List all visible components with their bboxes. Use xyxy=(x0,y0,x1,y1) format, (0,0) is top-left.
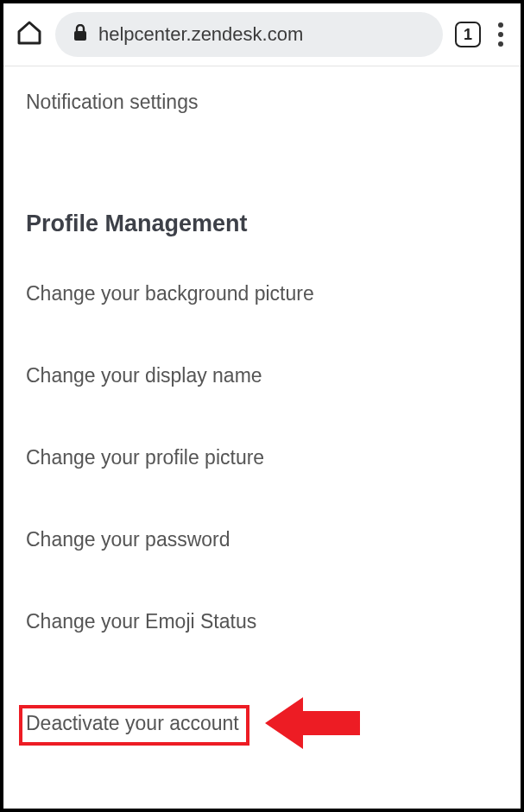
article-link[interactable]: Change your display name xyxy=(26,364,262,387)
tab-switcher[interactable]: 1 xyxy=(455,22,481,47)
arrow-left-icon xyxy=(265,692,360,758)
article-link[interactable]: Change your profile picture xyxy=(26,446,264,469)
article-link-notification-settings[interactable]: Notification settings xyxy=(26,91,198,114)
highlighted-row: Deactivate your account xyxy=(26,692,498,758)
highlight-box: Deactivate your account xyxy=(19,705,249,746)
tab-count-value: 1 xyxy=(464,26,472,44)
svg-rect-0 xyxy=(74,31,86,41)
browser-toolbar: helpcenter.zendesk.com 1 xyxy=(3,3,521,66)
article-link[interactable]: Change your password xyxy=(26,528,230,551)
page-content: Notification settings Profile Management… xyxy=(3,66,521,812)
section-heading-profile-management: Profile Management xyxy=(26,211,498,237)
more-menu-icon[interactable] xyxy=(493,19,508,50)
article-link[interactable]: Change your background picture xyxy=(26,282,314,305)
article-link-deactivate-account[interactable]: Deactivate your account xyxy=(26,712,239,735)
address-bar[interactable]: helpcenter.zendesk.com xyxy=(55,12,443,57)
home-icon[interactable] xyxy=(16,19,43,50)
svg-marker-1 xyxy=(265,697,360,749)
article-link[interactable]: Change your Emoji Status xyxy=(26,610,256,633)
url-text: helpcenter.zendesk.com xyxy=(98,23,303,46)
lock-icon xyxy=(73,24,88,45)
